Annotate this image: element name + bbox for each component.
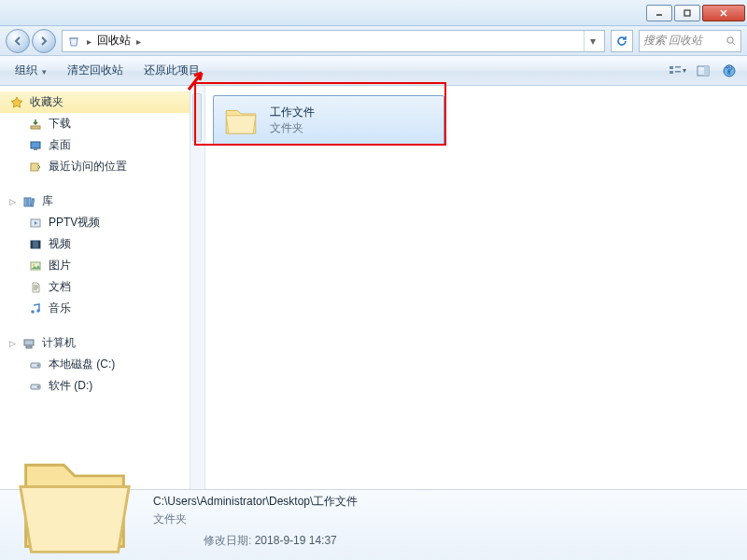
nav-libraries-label: 库 bbox=[42, 193, 53, 209]
recent-icon bbox=[28, 160, 43, 175]
svg-rect-17 bbox=[31, 163, 38, 171]
nav-favorites-label: 收藏夹 bbox=[30, 94, 63, 110]
view-options-button[interactable]: ▾ bbox=[667, 61, 687, 81]
breadcrumb-separator-icon bbox=[85, 35, 93, 48]
scrollbar[interactable] bbox=[190, 86, 205, 489]
details-date: 修改日期: 2018-9-19 14:37 bbox=[153, 533, 358, 549]
folder-icon bbox=[221, 101, 261, 140]
maximize-button[interactable] bbox=[674, 5, 700, 21]
search-icon bbox=[726, 35, 737, 47]
file-name: 工作文件 bbox=[270, 105, 315, 120]
svg-point-32 bbox=[37, 364, 39, 366]
search-placeholder: 搜索 回收站 bbox=[643, 33, 702, 49]
details-path: C:\Users\Administrator\Desktop\工作文件 bbox=[153, 494, 358, 510]
svg-rect-19 bbox=[28, 198, 31, 206]
empty-recycle-bin-button[interactable]: 清空回收站 bbox=[60, 59, 131, 82]
video-icon bbox=[28, 216, 43, 231]
nav-item-documents[interactable]: 文档 bbox=[0, 276, 190, 298]
svg-rect-14 bbox=[31, 126, 40, 129]
music-icon bbox=[28, 301, 43, 316]
nav-computer-header[interactable]: ▷ 计算机 bbox=[0, 332, 190, 354]
svg-rect-30 bbox=[26, 346, 32, 348]
svg-rect-11 bbox=[704, 66, 709, 76]
svg-point-34 bbox=[37, 385, 39, 387]
nav-item-downloads[interactable]: 下载 bbox=[0, 113, 190, 134]
address-dropdown[interactable]: ▾ bbox=[584, 31, 600, 51]
folder-large-icon bbox=[9, 443, 140, 555]
content-area[interactable]: 工作文件 文件夹 bbox=[190, 86, 747, 489]
svg-rect-15 bbox=[31, 142, 40, 148]
computer-icon bbox=[21, 336, 36, 351]
refresh-button[interactable] bbox=[611, 30, 633, 52]
pictures-icon bbox=[28, 259, 43, 273]
svg-rect-6 bbox=[669, 66, 673, 69]
forward-button[interactable] bbox=[32, 29, 56, 53]
close-button[interactable] bbox=[702, 5, 745, 21]
nav-item-pptv[interactable]: PPTV视频 bbox=[0, 212, 190, 233]
svg-rect-29 bbox=[24, 340, 34, 345]
video-icon bbox=[28, 237, 43, 252]
svg-point-26 bbox=[33, 264, 35, 266]
svg-rect-20 bbox=[31, 198, 34, 205]
svg-line-5 bbox=[733, 42, 736, 45]
nav-item-drive-c[interactable]: 本地磁盘 (C:) bbox=[0, 354, 190, 375]
search-input[interactable]: 搜索 回收站 bbox=[639, 30, 741, 52]
nav-computer-label: 计算机 bbox=[42, 335, 76, 351]
breadcrumb-separator-icon bbox=[134, 35, 143, 48]
libraries-icon bbox=[21, 194, 36, 209]
svg-rect-18 bbox=[24, 198, 27, 206]
nav-item-recent[interactable]: 最近访问的位置 bbox=[0, 156, 190, 177]
details-type: 文件夹 bbox=[153, 511, 358, 527]
address-bar[interactable]: 回收站 ▾ bbox=[62, 30, 605, 52]
svg-rect-23 bbox=[31, 241, 33, 248]
documents-icon bbox=[28, 280, 43, 295]
svg-rect-16 bbox=[34, 148, 37, 150]
svg-rect-8 bbox=[675, 66, 681, 68]
nav-item-music[interactable]: 音乐 bbox=[0, 298, 190, 319]
toolbar: 组织 清空回收站 还原此项目 ▾ ? bbox=[0, 56, 747, 86]
drive-icon bbox=[28, 379, 43, 394]
details-pane: C:\Users\Administrator\Desktop\工作文件 文件夹 … bbox=[0, 489, 747, 560]
help-button[interactable]: ? bbox=[719, 61, 740, 81]
svg-point-27 bbox=[31, 310, 35, 314]
file-type: 文件夹 bbox=[270, 120, 315, 136]
desktop-icon bbox=[28, 138, 43, 153]
svg-point-4 bbox=[727, 36, 733, 42]
svg-rect-24 bbox=[38, 241, 40, 248]
svg-rect-9 bbox=[675, 71, 681, 73]
svg-rect-1 bbox=[684, 10, 690, 16]
breadcrumb[interactable]: 回收站 bbox=[97, 33, 131, 49]
nav-item-pictures[interactable]: 图片 bbox=[0, 255, 190, 276]
navigation-pane: 收藏夹 下载 桌面 最近访问的位置 ▷ 库 PPTV视频 视频 图片 文档 音乐… bbox=[0, 86, 190, 489]
organize-button[interactable]: 组织 bbox=[7, 59, 54, 82]
star-icon bbox=[9, 95, 24, 110]
address-bar-row: 回收站 ▾ 搜索 回收站 bbox=[0, 26, 747, 56]
svg-point-28 bbox=[36, 309, 40, 313]
nav-favorites-header[interactable]: 收藏夹 bbox=[0, 91, 190, 113]
file-item-selected[interactable]: 工作文件 文件夹 bbox=[213, 95, 444, 146]
nav-item-video[interactable]: 视频 bbox=[0, 233, 190, 255]
download-icon bbox=[28, 117, 43, 132]
preview-pane-button[interactable] bbox=[693, 61, 713, 81]
drive-icon bbox=[28, 357, 43, 372]
nav-item-desktop[interactable]: 桌面 bbox=[0, 134, 190, 156]
back-button[interactable] bbox=[6, 29, 30, 53]
titlebar bbox=[0, 0, 747, 26]
restore-item-button[interactable]: 还原此项目 bbox=[136, 59, 207, 82]
nav-item-drive-d[interactable]: 软件 (D:) bbox=[0, 375, 190, 397]
nav-libraries-header[interactable]: ▷ 库 bbox=[0, 190, 190, 212]
svg-rect-7 bbox=[669, 71, 673, 74]
minimize-button[interactable] bbox=[646, 5, 672, 21]
scroll-thumb[interactable] bbox=[192, 93, 202, 142]
recycle-bin-icon bbox=[66, 34, 81, 49]
svg-text:?: ? bbox=[726, 63, 732, 77]
